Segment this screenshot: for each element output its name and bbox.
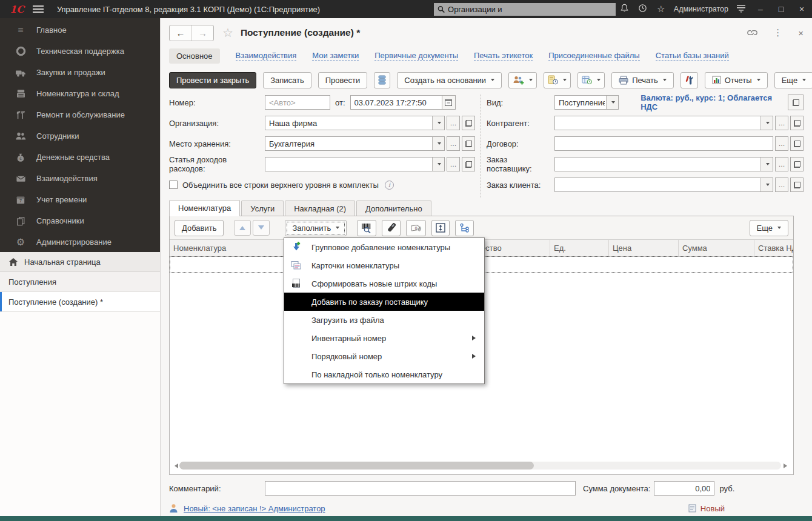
- post-button[interactable]: Провести: [318, 72, 368, 88]
- forward-button[interactable]: →: [191, 25, 213, 41]
- info-icon[interactable]: i: [385, 181, 394, 190]
- add-contact-button[interactable]: [508, 72, 537, 88]
- row-height-button[interactable]: [431, 220, 450, 236]
- contractor-input[interactable]: [554, 116, 773, 130]
- fill-button[interactable]: Заполнить: [285, 220, 347, 236]
- date-input[interactable]: [350, 95, 442, 110]
- choose-button[interactable]: …: [447, 116, 460, 130]
- scroll-right-arrow[interactable]: [784, 463, 790, 468]
- move-up-button[interactable]: [234, 220, 251, 236]
- add-row-button[interactable]: Добавить: [175, 220, 224, 236]
- kind-select[interactable]: [554, 95, 619, 110]
- search-input[interactable]: [448, 5, 612, 14]
- choose-button[interactable]: …: [775, 157, 788, 171]
- dropdown-button[interactable]: [606, 96, 618, 109]
- date-value[interactable]: [354, 98, 438, 107]
- menu-item-serial-number[interactable]: Порядковый номер: [284, 347, 484, 365]
- notifications-bell-icon[interactable]: [616, 4, 634, 15]
- contract-input[interactable]: [554, 136, 773, 151]
- dropdown-button[interactable]: [432, 137, 444, 150]
- change-form-button[interactable]: [681, 72, 698, 88]
- storage-input[interactable]: [265, 136, 445, 151]
- nav-main[interactable]: Основное: [169, 48, 220, 64]
- number-input[interactable]: [265, 95, 330, 110]
- income-article-value[interactable]: [269, 160, 431, 169]
- document-sum-input[interactable]: [654, 481, 714, 496]
- open-button[interactable]: [462, 136, 475, 151]
- dropdown-button[interactable]: [760, 178, 773, 191]
- favorites-star-icon[interactable]: ☆: [652, 4, 670, 15]
- tab-additional[interactable]: Дополнительно: [356, 201, 431, 216]
- nav-attached-files[interactable]: Присоединенные файлы: [548, 51, 640, 61]
- more-kebab-icon[interactable]: ⋮: [773, 27, 782, 38]
- sidebar-item-repair-service[interactable]: Ремонт и обслуживание: [0, 104, 160, 125]
- menu-item-add-by-supplier-order[interactable]: Добавить по заказу поставщику: [284, 293, 484, 311]
- link-icon[interactable]: [747, 28, 757, 37]
- hierarchy-button[interactable]: [455, 220, 474, 236]
- dropdown-button[interactable]: [760, 116, 773, 130]
- create-based-on-button[interactable]: Создать на основании: [397, 72, 502, 88]
- close-form-icon[interactable]: ×: [798, 28, 804, 38]
- menu-item-group-add[interactable]: Групповое добавление номенклатуры: [284, 238, 484, 256]
- back-button[interactable]: ←: [170, 25, 191, 41]
- sidebar-window-receipts[interactable]: Поступления: [0, 272, 160, 292]
- favorite-star-icon[interactable]: ☆: [222, 25, 233, 40]
- number-value[interactable]: [269, 98, 326, 107]
- choose-button[interactable]: …: [447, 157, 460, 171]
- menu-item-inventory-number[interactable]: Инвентарный номер: [284, 329, 484, 347]
- move-down-button[interactable]: [253, 220, 270, 236]
- choose-button[interactable]: …: [775, 136, 788, 151]
- currency-link[interactable]: Валюта: руб., курс: 1; Облагается НДС: [641, 93, 788, 111]
- more-button[interactable]: Еще: [774, 72, 812, 88]
- post-and-close-button[interactable]: Провести и закрыть: [169, 72, 256, 88]
- choose-button[interactable]: …: [775, 116, 788, 130]
- dropdown-button[interactable]: [432, 116, 444, 130]
- choose-button[interactable]: …: [775, 178, 788, 192]
- number-tag-button[interactable]: 0-9: [406, 220, 426, 236]
- column-header-sum[interactable]: Сумма: [679, 240, 754, 256]
- contractor-value[interactable]: [559, 119, 759, 128]
- supplier-order-value[interactable]: [559, 160, 759, 169]
- choose-button[interactable]: …: [447, 136, 460, 151]
- barcode-search-button[interactable]: [357, 220, 376, 236]
- open-button[interactable]: [790, 116, 804, 130]
- subordination-structure-button[interactable]: [374, 72, 390, 88]
- organization-input[interactable]: [265, 116, 445, 130]
- minimize-button[interactable]: –: [750, 4, 771, 14]
- open-button[interactable]: [462, 116, 475, 130]
- column-header-price[interactable]: Цена: [609, 240, 679, 256]
- nav-primary-docs[interactable]: Первичные документы: [374, 51, 458, 61]
- open-button[interactable]: [462, 157, 475, 171]
- contract-value[interactable]: [559, 139, 769, 148]
- scrollbar-thumb[interactable]: [179, 462, 534, 470]
- tab-nomenclature[interactable]: Номенклатура: [169, 200, 240, 216]
- comment-value[interactable]: [269, 484, 571, 493]
- scanner-button[interactable]: [382, 220, 401, 236]
- income-article-input[interactable]: [265, 157, 445, 171]
- task-document-button[interactable]: [544, 72, 571, 88]
- document-status-link[interactable]: Новый: <не записан !> Администратор: [184, 504, 325, 513]
- nav-my-notes[interactable]: Мои заметки: [312, 51, 359, 61]
- scroll-left-arrow[interactable]: [172, 463, 178, 468]
- global-search[interactable]: [434, 3, 616, 16]
- menu-item-by-invoice-only[interactable]: По накладной только номенклатуру: [284, 365, 484, 383]
- sidebar-item-time-tracking[interactable]: 7 Учет времени: [0, 189, 160, 210]
- maximize-button[interactable]: □: [771, 4, 791, 14]
- dropdown-button[interactable]: [432, 158, 444, 171]
- tab-invoice[interactable]: Накладная (2): [285, 201, 355, 216]
- sidebar-window-receipt-new[interactable]: Поступление (создание) *: [0, 292, 160, 312]
- close-window-button[interactable]: ×: [791, 4, 812, 14]
- calendar-picker-button[interactable]: [442, 95, 456, 110]
- column-header-vat-rate[interactable]: Ставка НДС: [754, 240, 793, 256]
- comment-input[interactable]: [265, 481, 576, 496]
- sidebar-item-main[interactable]: ≡ Главное: [0, 19, 160, 41]
- table-more-button[interactable]: Еще: [750, 220, 788, 236]
- open-button[interactable]: [790, 157, 804, 171]
- reports-button[interactable]: Отчеты: [705, 72, 768, 88]
- nav-kb-articles[interactable]: Статьи базы знаний: [656, 51, 729, 61]
- save-button[interactable]: Записать: [263, 72, 311, 88]
- client-order-value[interactable]: [559, 181, 759, 190]
- current-user[interactable]: Администратор: [674, 5, 728, 13]
- service-menu-icon[interactable]: [732, 4, 750, 15]
- sidebar-item-tech-support[interactable]: Техническая поддержка: [0, 41, 160, 62]
